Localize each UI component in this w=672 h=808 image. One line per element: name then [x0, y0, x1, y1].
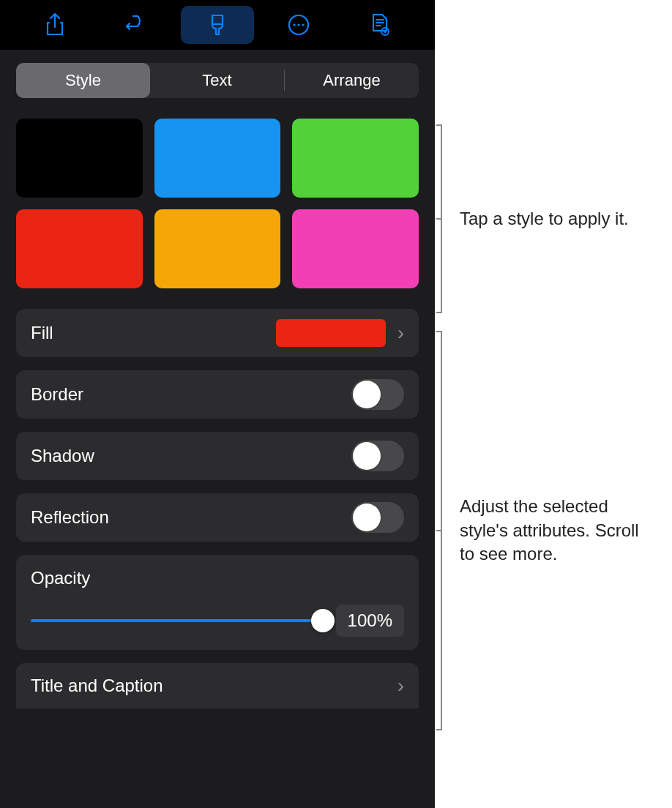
tab-style[interactable]: Style — [16, 63, 150, 98]
style-swatch-green[interactable] — [292, 119, 419, 198]
reflection-label: Reflection — [31, 507, 109, 528]
reflection-row: Reflection — [16, 493, 419, 542]
fill-row[interactable]: Fill › — [16, 309, 419, 357]
border-label: Border — [31, 384, 83, 405]
border-toggle[interactable] — [351, 379, 404, 410]
opacity-slider[interactable] — [31, 619, 323, 622]
style-swatch-pink[interactable] — [292, 209, 419, 288]
style-swatch-orange[interactable] — [154, 209, 281, 288]
style-swatch-red[interactable] — [16, 209, 143, 288]
undo-icon — [124, 14, 148, 36]
svg-point-2 — [297, 23, 299, 26]
style-swatch-grid — [16, 119, 419, 288]
svg-point-5 — [384, 30, 387, 33]
title-caption-row[interactable]: Title and Caption › — [16, 663, 419, 708]
chevron-right-icon: › — [397, 674, 404, 697]
bracket — [435, 124, 449, 313]
fill-label: Fill — [31, 323, 53, 343]
segmented-control: Style Text Arrange — [16, 63, 419, 98]
svg-point-3 — [302, 23, 304, 26]
opacity-label: Opacity — [31, 568, 404, 588]
bracket — [435, 331, 449, 730]
opacity-slider-row: 100% — [31, 605, 404, 637]
shadow-toggle[interactable] — [351, 441, 404, 471]
fill-right: › — [276, 319, 404, 347]
opacity-row: Opacity 100% — [16, 555, 419, 650]
document-button[interactable] — [343, 6, 417, 44]
title-caption-label: Title and Caption — [31, 676, 163, 696]
format-button[interactable] — [181, 6, 254, 44]
toggle-knob — [353, 442, 381, 470]
shadow-row: Shadow — [16, 432, 419, 480]
undo-button[interactable] — [100, 6, 173, 44]
tab-style-label: Style — [65, 71, 101, 90]
document-icon — [370, 12, 390, 37]
tab-text[interactable]: Text — [150, 63, 284, 98]
callout-attributes: Adjust the selected style's attributes. … — [435, 331, 650, 730]
svg-point-1 — [293, 23, 295, 26]
opacity-value[interactable]: 100% — [336, 605, 404, 637]
callout-text: Tap a style to apply it. — [460, 207, 629, 231]
tab-text-label: Text — [202, 71, 231, 90]
toggle-knob — [353, 381, 381, 408]
share-icon — [45, 12, 65, 37]
shadow-label: Shadow — [31, 446, 94, 466]
tab-arrange-label: Arrange — [323, 71, 380, 90]
toggle-knob — [353, 504, 381, 531]
style-swatch-black[interactable] — [16, 119, 143, 198]
reflection-toggle[interactable] — [351, 502, 404, 533]
fill-color-swatch — [276, 319, 386, 347]
panel-content: Style Text Arrange Fill › Border Shadow — [0, 50, 435, 808]
format-brush-icon — [206, 12, 228, 37]
callout-text: Adjust the selected style's attributes. … — [460, 495, 650, 566]
top-toolbar — [0, 0, 435, 50]
border-row: Border — [16, 370, 419, 419]
more-button[interactable] — [262, 6, 335, 44]
style-swatch-blue[interactable] — [154, 119, 281, 198]
callout-swatches: Tap a style to apply it. — [435, 124, 629, 313]
tab-arrange[interactable]: Arrange — [285, 63, 419, 98]
share-button[interactable] — [18, 6, 92, 44]
chevron-right-icon: › — [397, 321, 404, 345]
more-icon — [287, 13, 310, 37]
format-panel: Style Text Arrange Fill › Border Shadow — [0, 0, 435, 808]
annotations: Tap a style to apply it. Adjust the sele… — [435, 0, 672, 808]
slider-thumb[interactable] — [311, 609, 335, 632]
